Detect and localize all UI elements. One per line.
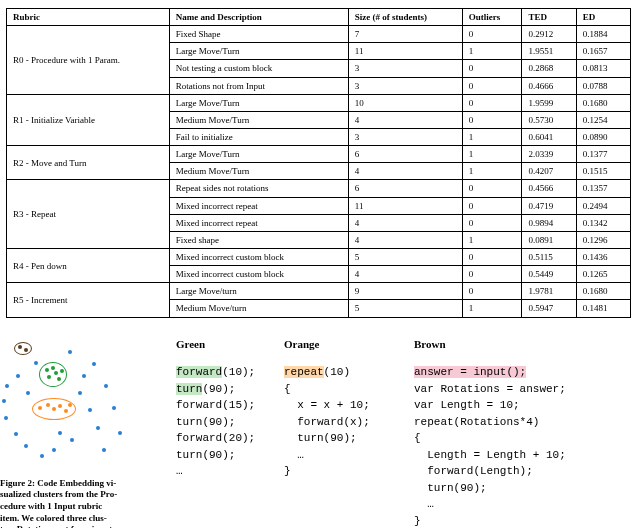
code-green: Green forward(10); turn(90); forward(15)… — [176, 336, 284, 528]
dot — [102, 448, 106, 452]
cell-ted: 0.4719 — [522, 197, 576, 214]
cell-ed: 0.1680 — [576, 94, 630, 111]
cell-ed: 0.0788 — [576, 77, 630, 94]
cell-size: 4 — [348, 266, 462, 283]
table-row: R4 - Pen downMixed incorrect custom bloc… — [7, 248, 631, 265]
cell-size: 9 — [348, 283, 462, 300]
figcap-line: item. We colored three clus- — [0, 513, 107, 523]
dot — [47, 375, 51, 379]
code-line: { — [414, 430, 614, 447]
code-line: forward(20); — [176, 430, 284, 447]
cell-out: 1 — [462, 300, 522, 317]
cell-name: Repeat sides not rotations — [169, 180, 348, 197]
cell-rubric: R3 - Repeat — [7, 180, 170, 249]
dot — [34, 361, 38, 365]
code-line: x = x + 10; — [284, 397, 414, 414]
figure-caption: Figure 2: Code Embedding vi- sualized cl… — [0, 478, 132, 528]
code-line: … — [414, 496, 614, 513]
dot — [46, 403, 50, 407]
figcap-line: Figure 2: Code Embedding vi- — [0, 478, 116, 488]
cell-name: Medium Move/Turn — [169, 111, 348, 128]
dot — [4, 416, 8, 420]
cell-size: 11 — [348, 43, 462, 60]
cell-out: 0 — [462, 77, 522, 94]
dot — [40, 454, 44, 458]
code-line: var Length = 10; — [414, 397, 614, 414]
code-line: forward(Length); — [414, 463, 614, 480]
dot — [14, 432, 18, 436]
cell-name: Large Move/turn — [169, 283, 348, 300]
cell-name: Large Move/Turn — [169, 43, 348, 60]
cell-out: 1 — [462, 231, 522, 248]
cell-ed: 0.1357 — [576, 180, 630, 197]
rubric-table: Rubric Name and Description Size (# of s… — [6, 8, 631, 318]
cell-ted: 0.4666 — [522, 77, 576, 94]
cell-ed: 0.1884 — [576, 26, 630, 43]
dot — [51, 366, 55, 370]
cell-name: Medium Move/turn — [169, 300, 348, 317]
code-line: turn(90); — [176, 381, 284, 398]
cell-size: 4 — [348, 231, 462, 248]
cell-ed: 0.1254 — [576, 111, 630, 128]
dot — [104, 384, 108, 388]
code-line: … — [284, 447, 414, 464]
code-line: … — [176, 463, 284, 480]
dot — [24, 444, 28, 448]
cell-ted: 0.9894 — [522, 214, 576, 231]
dot — [70, 438, 74, 442]
dot — [88, 408, 92, 412]
cell-size: 10 — [348, 94, 462, 111]
code-line: forward(15); — [176, 397, 284, 414]
cell-ed: 0.0890 — [576, 128, 630, 145]
cell-ted: 0.6041 — [522, 128, 576, 145]
cell-ted: 1.9551 — [522, 43, 576, 60]
dot — [78, 391, 82, 395]
dot — [18, 345, 22, 349]
table-row: R2 - Move and TurnLarge Move/Turn612.033… — [7, 146, 631, 163]
th-name: Name and Description — [169, 9, 348, 26]
code-header: Orange — [284, 336, 414, 353]
cell-ed: 0.1680 — [576, 283, 630, 300]
cell-name: Rotations not from Input — [169, 77, 348, 94]
cell-ted: 0.5730 — [522, 111, 576, 128]
cell-ted: 0.4207 — [522, 163, 576, 180]
cell-ted: 2.0339 — [522, 146, 576, 163]
dot — [52, 448, 56, 452]
cell-rubric: R4 - Pen down — [7, 248, 170, 282]
dot — [54, 371, 58, 375]
code-line: turn(90); — [176, 447, 284, 464]
cell-out: 0 — [462, 266, 522, 283]
code-line: Length = Length + 10; — [414, 447, 614, 464]
dot — [16, 374, 20, 378]
cell-out: 1 — [462, 146, 522, 163]
cell-out: 1 — [462, 128, 522, 145]
cell-ed: 0.2494 — [576, 197, 630, 214]
cell-out: 0 — [462, 111, 522, 128]
code-line: } — [414, 513, 614, 528]
cell-name: Fail to initialize — [169, 128, 348, 145]
code-orange: Orange repeat(10) { x = x + 10; forward(… — [284, 336, 414, 528]
table-row: R0 - Procedure with 1 Param.Fixed Shape7… — [7, 26, 631, 43]
code-line: repeat(10) — [284, 364, 414, 381]
cell-out: 0 — [462, 197, 522, 214]
dot — [118, 431, 122, 435]
th-rubric: Rubric — [7, 9, 170, 26]
cell-ted: 1.9781 — [522, 283, 576, 300]
cell-ed: 0.1296 — [576, 231, 630, 248]
cell-name: Large Move/Turn — [169, 146, 348, 163]
code-line: repeat(Rotations*4) — [414, 414, 614, 431]
cell-name: Not testing a custom block — [169, 60, 348, 77]
cell-name: Mixed incorrect repeat — [169, 214, 348, 231]
code-line: forward(10); — [176, 364, 284, 381]
cell-out: 1 — [462, 163, 522, 180]
cell-ed: 0.1481 — [576, 300, 630, 317]
cluster-ring-brown — [14, 342, 32, 355]
cell-size: 3 — [348, 60, 462, 77]
dot — [2, 399, 6, 403]
dot — [68, 350, 72, 354]
dot — [96, 426, 100, 430]
cell-ed: 0.1377 — [576, 146, 630, 163]
th-ed: ED — [576, 9, 630, 26]
figcap-line: ters Rotations not from input — [0, 524, 112, 528]
dot — [68, 403, 72, 407]
